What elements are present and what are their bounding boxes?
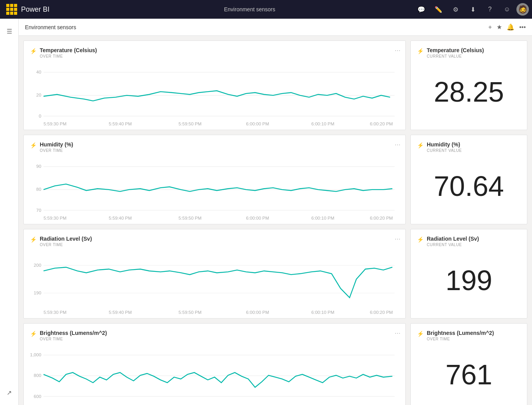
svg-text:6:00:00 PM: 6:00:00 PM <box>246 121 269 126</box>
dashboard: ⚡ Temperature (Celsius) OVER TIME … 40 <box>19 36 532 405</box>
sidebar-external-icon[interactable]: ↗ <box>2 385 17 400</box>
hum-ot-more[interactable]: … <box>394 140 401 147</box>
svg-text:6:00:00 PM: 6:00:00 PM <box>246 215 269 220</box>
humidity-current-card: ⚡ Humidity (%) CURRENT VALUE 70.64 <box>410 135 527 224</box>
app-title: Power BI <box>21 5 49 14</box>
radiation-value: 199 <box>417 248 521 312</box>
svg-text:6:00:20 PM: 6:00:20 PM <box>370 404 393 405</box>
svg-text:6:00:20 PM: 6:00:20 PM <box>370 310 393 315</box>
svg-text:5:59:40 PM: 5:59:40 PM <box>109 310 132 315</box>
hum-ot-chart-area: 90 80 70 5:59:30 PM 5:59:40 PM 5:59:50 P… <box>30 157 399 222</box>
svg-text:6:00:10 PM: 6:00:10 PM <box>311 404 334 405</box>
svg-text:0: 0 <box>39 113 41 118</box>
svg-text:1,000: 1,000 <box>30 352 41 357</box>
edit-icon-button[interactable]: ✏️ <box>431 0 446 19</box>
rad-ot-subtitle: OVER TIME <box>40 243 92 247</box>
temp-cv-title: Temperature (Celsius) <box>427 47 484 53</box>
temp-ot-more[interactable]: … <box>394 46 401 53</box>
waffle-icon[interactable] <box>6 4 17 15</box>
nav-icons-area: 💬 ✏️ ⚙ ⬇ ? ☺ 🧔 <box>414 0 532 19</box>
svg-text:200: 200 <box>34 262 42 268</box>
temperature-value: 28.25 <box>417 60 521 123</box>
hum-ot-chart: 90 80 70 5:59:30 PM 5:59:40 PM 5:59:50 P… <box>30 157 399 222</box>
svg-text:5:59:50 PM: 5:59:50 PM <box>179 215 201 220</box>
svg-text:5:59:50 PM: 5:59:50 PM <box>179 121 201 126</box>
brightness-value: 761 <box>417 343 521 405</box>
svg-text:90: 90 <box>36 164 41 169</box>
svg-text:600: 600 <box>34 394 42 399</box>
bri-ot-chart: 1,000 800 600 5:59:30 PM 5:59:40 PM 5:59… <box>30 346 399 405</box>
humidity-value: 70.64 <box>417 154 521 218</box>
svg-text:6:00:10 PM: 6:00:10 PM <box>311 215 334 220</box>
svg-text:5:59:50 PM: 5:59:50 PM <box>179 404 201 405</box>
bolt-icon-rad-cv: ⚡ <box>417 236 424 243</box>
rad-ot-chart-area: 200 190 5:59:30 PM 5:59:40 PM 5:59:50 PM… <box>30 252 399 316</box>
user-avatar[interactable]: 🧔 <box>516 3 529 16</box>
hum-ot-subtitle: OVER TIME <box>40 148 73 153</box>
svg-text:6:00:20 PM: 6:00:20 PM <box>370 215 393 220</box>
main-content: Environment sensors + ★ 🔔 ••• ⚡ Temperat… <box>19 19 532 405</box>
svg-text:5:59:50 PM: 5:59:50 PM <box>179 310 201 315</box>
bolt-icon-hum-cv: ⚡ <box>417 142 424 148</box>
svg-text:5:59:40 PM: 5:59:40 PM <box>109 215 132 220</box>
favorite-button[interactable]: ★ <box>497 23 502 31</box>
rad-cv-title: Radiation Level (Sv) <box>427 236 479 242</box>
help-icon-button[interactable]: ? <box>482 0 498 19</box>
svg-text:5:59:30 PM: 5:59:30 PM <box>44 310 67 315</box>
bri-ot-title: Brightness (Lumens/m^2) <box>40 330 107 336</box>
bri-cv-title: Brightness (Lumens/m^2) <box>427 330 494 336</box>
page-header-title: Environment sensors <box>25 24 76 30</box>
nav-page-title: Environment sensors <box>86 6 414 12</box>
bolt-icon-temp-ot: ⚡ <box>30 48 37 54</box>
more-options-button[interactable]: ••• <box>519 24 526 31</box>
radiation-over-time-card: ⚡ Radiation Level (Sv) OVER TIME … 200 1… <box>23 229 406 319</box>
temperature-current-card: ⚡ Temperature (Celsius) CURRENT VALUE 28… <box>410 40 527 130</box>
rad-ot-more[interactable]: … <box>394 234 401 241</box>
bolt-icon-bri-ot: ⚡ <box>30 331 37 337</box>
svg-text:800: 800 <box>34 373 42 378</box>
bri-ot-chart-area: 1,000 800 600 5:59:30 PM 5:59:40 PM 5:59… <box>30 346 399 405</box>
hum-cv-subtitle: CURRENT VALUE <box>427 148 462 153</box>
svg-text:5:59:40 PM: 5:59:40 PM <box>109 404 132 405</box>
page-header-actions: + ★ 🔔 ••• <box>488 23 526 31</box>
svg-text:5:59:30 PM: 5:59:30 PM <box>44 404 67 405</box>
svg-text:6:00:00 PM: 6:00:00 PM <box>246 404 269 405</box>
temp-ot-chart: 40 20 0 5:59:30 PM 5:59:40 PM 5:59:50 PM… <box>30 63 399 128</box>
svg-text:20: 20 <box>36 92 41 97</box>
svg-text:80: 80 <box>36 187 41 192</box>
svg-text:6:00:00 PM: 6:00:00 PM <box>246 310 269 315</box>
sidebar: ☰ ↗ <box>0 19 19 405</box>
brightness-over-time-card: ⚡ Brightness (Lumens/m^2) OVER TIME … 1,… <box>23 323 406 405</box>
bri-ot-subtitle: OVER TIME <box>40 337 107 341</box>
bri-ot-more[interactable]: … <box>394 328 401 335</box>
bolt-icon-temp-cv: ⚡ <box>417 48 424 54</box>
bolt-icon-rad-ot: ⚡ <box>30 236 37 243</box>
svg-text:6:00:20 PM: 6:00:20 PM <box>370 121 393 126</box>
logo-area: Power BI <box>0 4 86 15</box>
bolt-icon-hum-ot: ⚡ <box>30 142 37 148</box>
svg-text:190: 190 <box>34 290 42 295</box>
bri-cv-subtitle: OVER TIME <box>427 337 494 341</box>
temperature-over-time-card: ⚡ Temperature (Celsius) OVER TIME … 40 <box>23 40 406 130</box>
feedback-icon-button[interactable]: ☺ <box>499 0 515 19</box>
download-icon-button[interactable]: ⬇ <box>465 0 481 19</box>
brightness-current-card: ⚡ Brightness (Lumens/m^2) OVER TIME 761 <box>410 323 527 405</box>
settings-icon-button[interactable]: ⚙ <box>448 0 463 19</box>
svg-text:5:59:30 PM: 5:59:30 PM <box>44 121 67 126</box>
hum-ot-title: Humidity (%) <box>40 141 73 148</box>
chat-icon-button[interactable]: 💬 <box>414 0 429 19</box>
humidity-over-time-card: ⚡ Humidity (%) OVER TIME … 90 80 70 <box>23 135 406 224</box>
temp-cv-subtitle: CURRENT VALUE <box>427 54 484 58</box>
temp-ot-chart-area: 40 20 0 5:59:30 PM 5:59:40 PM 5:59:50 PM… <box>30 63 399 128</box>
sidebar-menu-icon[interactable]: ☰ <box>2 23 17 39</box>
subscribe-button[interactable]: 🔔 <box>507 23 514 31</box>
svg-text:70: 70 <box>36 208 41 213</box>
radiation-current-card: ⚡ Radiation Level (Sv) CURRENT VALUE 199 <box>410 229 527 319</box>
svg-text:6:00:10 PM: 6:00:10 PM <box>311 310 334 315</box>
svg-text:6:00:10 PM: 6:00:10 PM <box>311 121 334 126</box>
page-header: Environment sensors + ★ 🔔 ••• <box>19 19 532 36</box>
svg-text:40: 40 <box>36 69 41 74</box>
add-button[interactable]: + <box>488 24 492 31</box>
temp-ot-title: Temperature (Celsius) <box>40 47 97 53</box>
rad-ot-title: Radiation Level (Sv) <box>40 236 92 242</box>
